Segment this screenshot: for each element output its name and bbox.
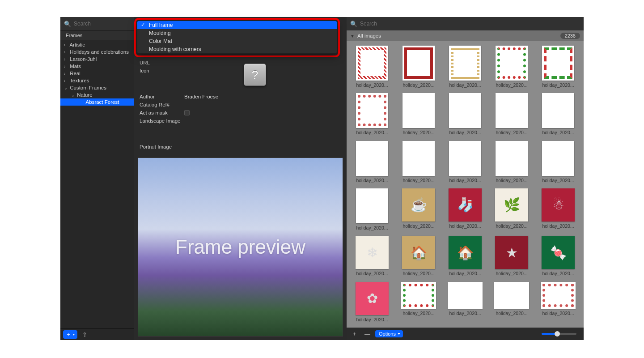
thumbnail-image [496,141,528,176]
tree-item[interactable]: › Mats [60,63,134,70]
url-label: URL [140,60,184,65]
sidebar-search[interactable]: 🔍 [60,17,134,30]
thumbnail[interactable]: holiday_2020... [539,282,577,323]
tree-item[interactable]: › Real [60,70,134,77]
thumbnail-label: holiday_2020... [402,271,434,276]
thumbnail[interactable]: holiday_2020... [399,93,438,136]
thumbnail-image: ✿ [356,282,389,315]
thumbnail-label: holiday_2020... [542,82,574,88]
right-search[interactable]: 🔍 [347,17,584,30]
thumbnail-label: holiday_2020... [449,130,481,135]
thumbnail-image [449,141,481,176]
tree-item[interactable]: › Artistic [60,41,134,48]
thumbnail[interactable]: holiday_2020... [539,46,577,89]
sidebar-search-input[interactable] [74,21,131,27]
disclosure-icon: › [64,78,68,83]
thumbnail[interactable]: holiday_2020... [353,93,391,136]
thumbnail-label: holiday_2020... [449,178,481,183]
thumbnail-label: holiday_2020... [449,223,481,229]
add-button[interactable]: ＋ ▾ [63,330,77,339]
thumbnail[interactable]: holiday_2020... [353,188,391,231]
right-search-input[interactable] [360,21,580,27]
thumbnail[interactable]: 🌿holiday_2020... [492,188,531,231]
thumbnail[interactable]: ★holiday_2020... [492,236,531,277]
disclosure-icon: ⌄ [71,93,76,98]
thumbnail[interactable]: holiday_2020... [539,93,577,136]
thumbnail[interactable]: holiday_2020... [446,141,484,184]
thumbnail-label: holiday_2020... [542,311,574,316]
thumbnail[interactable]: holiday_2020... [353,46,391,89]
add-image-button[interactable]: ＋ [349,329,360,339]
dropdown-option[interactable]: Full frame [137,21,337,29]
thumbnail[interactable]: holiday_2020... [399,282,438,323]
thumbnail-label: holiday_2020... [449,311,481,316]
tree-item[interactable]: Absract Forest [60,98,134,106]
thumbnail[interactable]: holiday_2020... [492,141,531,184]
thumbnail[interactable]: holiday_2020... [492,93,531,136]
sidebar-tree: › Artistic› Holidays and celebrations› L… [60,40,134,328]
disclosure-icon: › [64,64,68,69]
dropdown-option[interactable]: Moulding [137,29,337,37]
thumbnail[interactable]: holiday_2020... [446,282,484,323]
sidebar-bottom-toolbar: ＋ ▾ ⇪ — [60,328,134,340]
thumbnail-image: ★ [495,236,528,269]
thumbnail[interactable]: holiday_2020... [446,46,484,89]
thumbnail[interactable]: 🍬holiday_2020... [539,236,577,277]
thumbnail-image: 🌿 [495,188,528,222]
author-value: Braden Froese [184,94,218,99]
thumbnail[interactable]: 🧦holiday_2020... [446,188,484,231]
dropdown-option[interactable]: Moulding with corners [137,45,337,53]
disclosure-icon: ⌄ [64,85,68,90]
search-icon: 🔍 [350,21,357,27]
share-icon[interactable]: ⇪ [80,330,89,339]
thumbnail[interactable]: ✿holiday_2020... [353,282,391,323]
tree-item[interactable]: › Holidays and celebrations [60,48,134,55]
thumbnail[interactable]: ☃holiday_2020... [539,188,577,231]
dropdown-option[interactable]: Color Mat [137,37,337,45]
mask-checkbox[interactable] [184,110,190,115]
thumbnail-label: holiday_2020... [402,223,434,229]
center-panel: URL Icon AuthorBraden Froese Catalog Ref… [134,17,347,340]
disclosure-icon: › [64,71,68,76]
thumbnail[interactable]: ☕holiday_2020... [399,188,438,231]
type-dropdown[interactable]: Full frameMouldingColor MatMoulding with… [137,21,337,54]
thumbnail-image [402,46,435,81]
thumbnail-image [542,93,574,128]
thumbnail-image [449,93,481,128]
thumbnail[interactable]: holiday_2020... [539,141,577,184]
thumbnail[interactable]: ❄holiday_2020... [353,236,391,277]
thumbnail-image: 🏠 [402,236,435,269]
disclosure-icon: ▼ [350,34,355,38]
thumbnail[interactable]: holiday_2020... [446,93,484,136]
thumbnail-label: holiday_2020... [542,271,574,276]
thumbnail-image [402,141,435,176]
tree-item[interactable]: ⌄ Custom Frames [60,84,134,91]
options-button[interactable]: Options [375,330,403,337]
thumbnail[interactable]: holiday_2020... [353,141,391,184]
tree-item[interactable]: › Larson-Juhl [60,55,134,63]
thumbnail[interactable]: holiday_2020... [492,282,531,323]
icon-preview[interactable]: ? [244,64,266,86]
right-header-label: All images [357,33,381,38]
thumbnail-label: holiday_2020... [402,82,434,88]
thumbnail[interactable]: 🏠holiday_2020... [446,236,484,277]
portrait-label: Portrait Image [140,144,184,149]
tree-item[interactable]: › Textures [60,77,134,84]
thumbnail-label: holiday_2020... [542,223,574,229]
zoom-slider[interactable] [542,333,576,335]
thumbnail[interactable]: holiday_2020... [399,46,438,89]
thumbnail-label: holiday_2020... [402,178,434,183]
slider-knob[interactable] [555,331,560,337]
right-header[interactable]: ▼ All images 2236 [347,30,584,41]
thumbnail-image: ❄ [356,236,389,269]
image-grid[interactable]: holiday_2020...holiday_2020...holiday_20… [347,41,584,328]
tree-item[interactable]: ⌄ Nature [60,91,134,98]
thumbnail-label: holiday_2020... [496,223,527,229]
remove-image-button[interactable]: — [362,330,373,338]
thumbnail[interactable]: holiday_2020... [492,46,531,89]
thumbnail[interactable]: 🏠holiday_2020... [399,236,438,277]
thumbnail-label: holiday_2020... [402,311,434,316]
remove-button[interactable]: — [121,330,131,339]
thumbnail[interactable]: holiday_2020... [399,141,438,184]
thumbnail-image [401,282,436,309]
